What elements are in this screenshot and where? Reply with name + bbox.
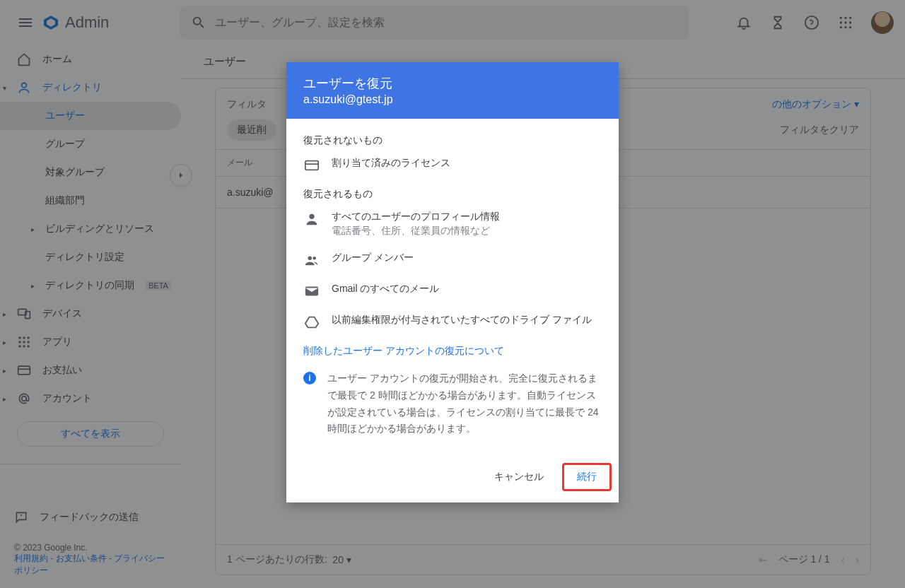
dialog-actions: キャンセル 続行 — [286, 452, 619, 502]
info-icon: i — [303, 372, 316, 384]
restored-item: 以前編集権限が付与されていたすべてのドライブ ファイル — [303, 314, 602, 331]
cancel-button[interactable]: キャンセル — [481, 463, 556, 491]
svg-point-29 — [313, 257, 316, 260]
restored-item: すべてのユーザーのプロフィール情報電話番号、住所、従業員の情報など — [303, 211, 602, 237]
dialog-subtitle: a.suzuki@gtest.jp — [303, 93, 602, 106]
emphasis-box: 続行 — [562, 463, 612, 491]
learn-more-link[interactable]: 削除したユーザー アカウントの復元について — [303, 345, 504, 358]
dialog-header: ユーザーを復元 a.suzuki@gtest.jp — [286, 62, 619, 119]
svg-point-28 — [308, 257, 313, 261]
mail-icon — [303, 283, 320, 300]
restore-user-dialog: ユーザーを復元 a.suzuki@gtest.jp 復元されないもの 割り当て済… — [286, 62, 619, 502]
continue-button[interactable]: 続行 — [564, 465, 609, 489]
restored-label: 復元されるもの — [303, 188, 602, 201]
not-restored-label: 復元されないもの — [303, 134, 602, 147]
group-icon — [303, 252, 320, 269]
svg-marker-31 — [305, 317, 318, 328]
person-icon — [303, 211, 320, 228]
svg-point-27 — [309, 214, 314, 219]
restored-item: グループ メンバー — [303, 252, 602, 269]
dialog-title: ユーザーを復元 — [303, 75, 602, 92]
drive-icon — [303, 314, 320, 331]
restored-item: Gmail のすべてのメール — [303, 283, 602, 300]
not-restored-item: 割り当て済みのライセンス — [303, 157, 602, 174]
svg-rect-26 — [305, 161, 318, 170]
info-message: i ユーザー アカウントの復元が開始され、完全に復元されるまで最長で 2 時間ほ… — [303, 370, 602, 437]
card-icon — [303, 157, 320, 174]
